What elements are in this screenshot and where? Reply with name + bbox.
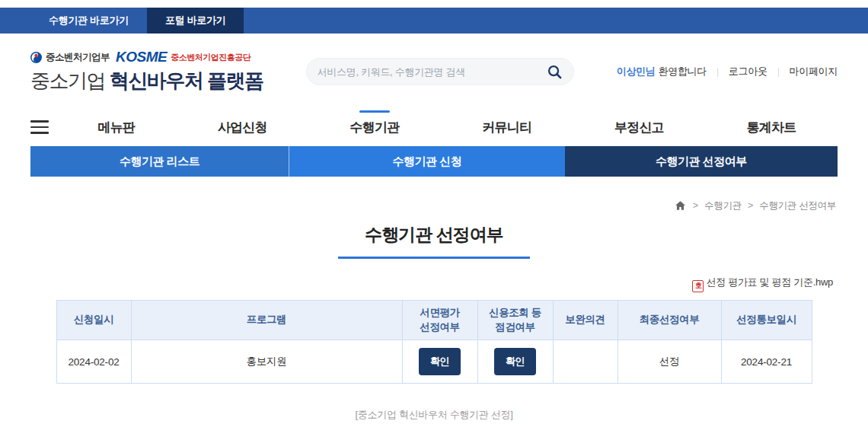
credit-check-confirm-button[interactable]: 확인 [494,348,536,375]
subtab-agency-list[interactable]: 수행기관 리스트 [30,146,289,177]
breadcrumb: > 수행기관 > 수행기관 선정여부 [0,199,868,212]
nav-items: 메뉴판 사업신청 수행기관 커뮤니티 부정신고 통계차트 [56,116,838,139]
hwp-file-icon: 호 [692,280,704,292]
subtab-agency-apply[interactable]: 수행기관 신청 [289,146,565,177]
search-button[interactable] [547,64,563,80]
attachment-link[interactable]: 호선정 평가표 및 평점 기준.hwp [692,276,833,288]
cell-credit-check: 확인 [477,340,553,384]
welcome-text: 환영합니다 [659,65,707,78]
top-quicklink-bar: 수행기관 바로가기 포털 바로가기 [0,8,868,33]
mypage-link[interactable]: 마이페이지 [789,65,838,78]
page-title: 수행기관 선정여부 [0,223,868,247]
home-icon[interactable] [675,201,685,210]
user-name[interactable]: 이상민님 [617,65,656,78]
col-doc-review: 서면평가 선정여부 [402,301,477,340]
col-notice-date: 선정통보일시 [721,301,812,340]
nav-item-agency[interactable]: 수행기관 [349,116,401,139]
attachment-label: 선정 평가표 및 평점 기준.hwp [706,276,833,288]
menu-hamburger-icon[interactable] [30,120,49,134]
site-logo[interactable]: 중소벤처기업부 KOSME 중소벤처기업진흥공단 중소기업 혁신바우처 플랫폼 [30,49,263,94]
cell-supplement [553,340,617,384]
nav-item-report[interactable]: 부정신고 [613,116,665,139]
nav-item-stats[interactable]: 통계차트 [745,116,798,139]
col-credit-check: 신용조회 등 점검여부 [477,301,553,340]
title-underline [338,257,530,259]
logo-brand-line: 중소벤처기업부 KOSME 중소벤처기업진흥공단 [30,49,263,65]
kosme-logo-text: KOSME [116,49,167,65]
main-nav: 메뉴판 사업신청 수행기관 커뮤니티 부정신고 통계차트 [0,110,868,145]
col-apply-date: 신청일시 [56,301,131,340]
breadcrumb-current: 수행기관 선정여부 [759,200,836,211]
col-supplement: 보완의견 [553,301,617,340]
logout-link[interactable]: 로그아웃 [729,65,767,78]
nav-item-menuboard[interactable]: 메뉴판 [96,116,136,139]
doc-review-confirm-button[interactable]: 확인 [419,348,461,375]
active-tab-indicator [359,110,390,113]
user-bar: 이상민님 환영합니다 | 로그아웃 | 마이페이지 [617,65,838,78]
sub-nav: 수행기관 리스트 수행기관 신청 수행기관 선정여부 [30,146,838,177]
government-emblem-icon [30,52,42,63]
col-final-selection: 최종선정여부 [617,301,721,340]
quicklink-agency[interactable]: 수행기관 바로가기 [30,8,147,33]
cell-doc-review: 확인 [402,340,477,384]
site-title-light: 중소기업 [30,69,105,92]
search-box [306,58,574,85]
cell-final-selection: 선정 [617,340,721,384]
table-row: 2024-02-02 홍보지원 확인 확인 선정 2024-02-21 [56,340,812,384]
subtab-agency-selection[interactable]: 수행기관 선정여부 [565,146,838,177]
kosme-subtitle: 중소벤처기업진흥공단 [171,52,251,63]
breadcrumb-agency[interactable]: 수행기관 [704,200,742,211]
site-title-bold: 혁신바우처 플랫폼 [110,69,263,92]
footnote: [중소기업 혁신바우처 수행기관 선정] [0,408,868,422]
nav-item-apply[interactable]: 사업신청 [216,116,269,139]
search-icon [547,64,563,80]
site-header: 중소벤처기업부 KOSME 중소벤처기업진흥공단 중소기업 혁신바우처 플랫폼 … [0,33,868,110]
search-input[interactable] [318,66,547,78]
quicklink-portal[interactable]: 포털 바로가기 [147,8,244,33]
cell-program: 홍보지원 [131,340,402,384]
table-header-row: 신청일시 프로그램 서면평가 선정여부 신용조회 등 점검여부 보완의견 최종선… [56,301,812,340]
site-title: 중소기업 혁신바우처 플랫폼 [30,68,263,94]
ministry-label: 중소벤처기업부 [46,51,110,64]
col-program: 프로그램 [131,301,402,340]
cell-notice-date: 2024-02-21 [721,340,812,384]
breadcrumb-separator: > [693,200,698,211]
attachment-row: 호선정 평가표 및 평점 기준.hwp [0,276,868,292]
divider: | [777,66,780,77]
selection-status-table: 신청일시 프로그램 서면평가 선정여부 신용조회 등 점검여부 보완의견 최종선… [56,300,812,384]
nav-item-community[interactable]: 커뮤니티 [480,116,533,139]
breadcrumb-separator: > [748,200,753,211]
nav-item-agency-label: 수행기관 [350,120,400,135]
divider: | [716,66,719,77]
cell-apply-date: 2024-02-02 [56,340,131,384]
